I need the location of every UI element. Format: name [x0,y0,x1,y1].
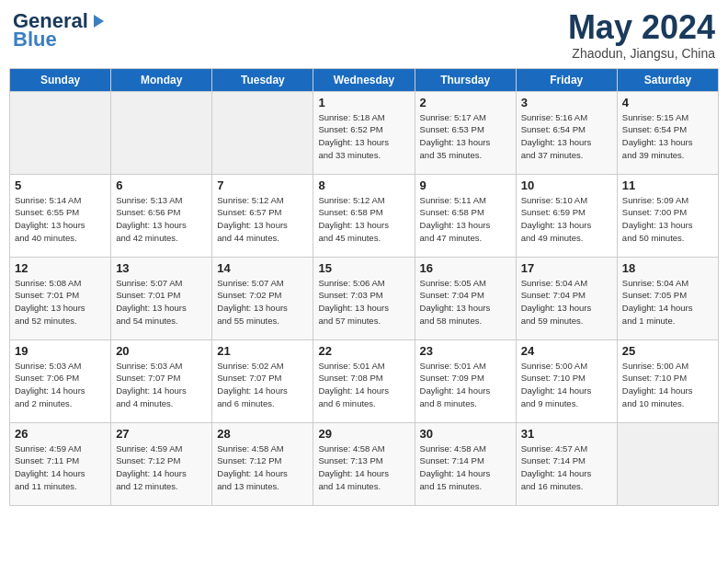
title-block: May 2024 Zhaodun, Jiangsu, China [568,9,715,61]
day-info: Sunrise: 5:01 AM Sunset: 7:08 PM Dayligh… [318,360,409,410]
day-number: 11 [622,178,713,192]
day-number: 13 [116,261,207,275]
day-info: Sunrise: 4:59 AM Sunset: 7:11 PM Dayligh… [15,442,106,493]
day-info: Sunrise: 4:58 AM Sunset: 7:12 PM Dayligh… [217,442,308,493]
day-info: Sunrise: 4:58 AM Sunset: 7:13 PM Dayligh… [318,442,409,493]
day-cell: 2Sunrise: 5:17 AM Sunset: 6:53 PM Daylig… [415,91,516,174]
day-cell: 28Sunrise: 4:58 AM Sunset: 7:12 PM Dayli… [212,422,313,505]
day-info: Sunrise: 5:01 AM Sunset: 7:09 PM Dayligh… [420,360,511,410]
day-number: 19 [15,344,106,358]
svg-marker-0 [94,15,104,28]
day-cell [111,91,212,174]
day-number: 8 [318,178,409,192]
day-info: Sunrise: 5:11 AM Sunset: 6:58 PM Dayligh… [420,194,511,245]
calendar-table: Sunday Monday Tuesday Wednesday Thursday… [9,68,719,506]
day-info: Sunrise: 5:06 AM Sunset: 7:03 PM Dayligh… [318,277,409,327]
day-number: 30 [420,427,511,441]
day-cell: 24Sunrise: 5:00 AM Sunset: 7:10 PM Dayli… [516,339,617,422]
day-info: Sunrise: 5:03 AM Sunset: 7:06 PM Dayligh… [15,360,106,410]
day-info: Sunrise: 5:02 AM Sunset: 7:07 PM Dayligh… [217,360,308,410]
day-info: Sunrise: 5:04 AM Sunset: 7:04 PM Dayligh… [521,277,612,327]
day-info: Sunrise: 5:10 AM Sunset: 6:59 PM Dayligh… [521,194,612,245]
day-info: Sunrise: 4:58 AM Sunset: 7:14 PM Dayligh… [420,442,511,493]
day-number: 5 [15,178,106,192]
day-number: 6 [116,178,207,192]
col-friday: Friday [516,68,617,91]
day-number: 7 [217,178,308,192]
day-cell: 27Sunrise: 4:59 AM Sunset: 7:12 PM Dayli… [111,422,212,505]
day-number: 17 [521,261,612,275]
logo-arrow-icon [89,13,106,29]
day-cell: 7Sunrise: 5:12 AM Sunset: 6:57 PM Daylig… [212,174,313,257]
day-cell: 17Sunrise: 5:04 AM Sunset: 7:04 PM Dayli… [516,257,617,339]
day-cell: 19Sunrise: 5:03 AM Sunset: 7:06 PM Dayli… [10,339,111,422]
col-tuesday: Tuesday [212,68,313,91]
col-sunday: Sunday [10,68,111,91]
day-info: Sunrise: 5:18 AM Sunset: 6:52 PM Dayligh… [318,111,409,162]
day-cell: 10Sunrise: 5:10 AM Sunset: 6:59 PM Dayli… [516,174,617,257]
calendar-subtitle: Zhaodun, Jiangsu, China [568,46,715,61]
day-info: Sunrise: 5:09 AM Sunset: 7:00 PM Dayligh… [622,194,713,245]
day-number: 2 [420,96,511,109]
day-cell: 22Sunrise: 5:01 AM Sunset: 7:08 PM Dayli… [313,339,415,422]
day-number: 10 [521,178,612,192]
day-number: 28 [217,427,308,441]
day-info: Sunrise: 5:15 AM Sunset: 6:54 PM Dayligh… [622,111,713,162]
day-cell: 18Sunrise: 5:04 AM Sunset: 7:05 PM Dayli… [617,257,718,339]
day-cell: 26Sunrise: 4:59 AM Sunset: 7:11 PM Dayli… [10,422,111,505]
day-number: 27 [116,427,207,441]
day-info: Sunrise: 5:17 AM Sunset: 6:53 PM Dayligh… [420,111,511,162]
day-info: Sunrise: 5:00 AM Sunset: 7:10 PM Dayligh… [622,360,713,410]
header-row: Sunday Monday Tuesday Wednesday Thursday… [10,68,719,91]
day-cell: 12Sunrise: 5:08 AM Sunset: 7:01 PM Dayli… [10,257,111,339]
logo-blue: Blue [13,28,57,52]
week-row-2: 5Sunrise: 5:14 AM Sunset: 6:55 PM Daylig… [10,174,719,257]
col-saturday: Saturday [617,68,718,91]
day-info: Sunrise: 5:07 AM Sunset: 7:01 PM Dayligh… [116,277,207,327]
day-cell: 30Sunrise: 4:58 AM Sunset: 7:14 PM Dayli… [415,422,516,505]
day-cell [212,91,313,174]
day-info: Sunrise: 5:13 AM Sunset: 6:56 PM Dayligh… [116,194,207,245]
day-info: Sunrise: 5:12 AM Sunset: 6:57 PM Dayligh… [217,194,308,245]
day-cell: 16Sunrise: 5:05 AM Sunset: 7:04 PM Dayli… [415,257,516,339]
day-info: Sunrise: 5:00 AM Sunset: 7:10 PM Dayligh… [521,360,612,410]
week-row-5: 26Sunrise: 4:59 AM Sunset: 7:11 PM Dayli… [10,422,719,505]
day-number: 31 [521,427,612,441]
week-row-3: 12Sunrise: 5:08 AM Sunset: 7:01 PM Dayli… [10,257,719,339]
day-number: 26 [15,427,106,441]
day-cell: 8Sunrise: 5:12 AM Sunset: 6:58 PM Daylig… [313,174,415,257]
day-cell: 1Sunrise: 5:18 AM Sunset: 6:52 PM Daylig… [313,91,415,174]
day-cell: 6Sunrise: 5:13 AM Sunset: 6:56 PM Daylig… [111,174,212,257]
day-info: Sunrise: 5:14 AM Sunset: 6:55 PM Dayligh… [15,194,106,245]
col-wednesday: Wednesday [313,68,415,91]
day-cell: 23Sunrise: 5:01 AM Sunset: 7:09 PM Dayli… [415,339,516,422]
day-cell: 31Sunrise: 4:57 AM Sunset: 7:14 PM Dayli… [516,422,617,505]
day-info: Sunrise: 5:03 AM Sunset: 7:07 PM Dayligh… [116,360,207,410]
calendar-title: May 2024 [568,9,715,46]
day-number: 18 [622,261,713,275]
day-number: 12 [15,261,106,275]
day-cell: 5Sunrise: 5:14 AM Sunset: 6:55 PM Daylig… [10,174,111,257]
day-number: 22 [318,344,409,358]
day-cell: 29Sunrise: 4:58 AM Sunset: 7:13 PM Dayli… [313,422,415,505]
day-cell [617,422,718,505]
logo: General Blue [13,9,107,52]
day-info: Sunrise: 5:12 AM Sunset: 6:58 PM Dayligh… [318,194,409,245]
day-number: 23 [420,344,511,358]
day-cell: 20Sunrise: 5:03 AM Sunset: 7:07 PM Dayli… [111,339,212,422]
week-row-1: 1Sunrise: 5:18 AM Sunset: 6:52 PM Daylig… [10,91,719,174]
day-cell: 9Sunrise: 5:11 AM Sunset: 6:58 PM Daylig… [415,174,516,257]
day-number: 15 [318,261,409,275]
day-info: Sunrise: 5:08 AM Sunset: 7:01 PM Dayligh… [15,277,106,327]
day-info: Sunrise: 4:59 AM Sunset: 7:12 PM Dayligh… [116,442,207,493]
day-info: Sunrise: 5:04 AM Sunset: 7:05 PM Dayligh… [622,277,713,327]
day-number: 20 [116,344,207,358]
day-cell [10,91,111,174]
day-number: 1 [318,96,409,109]
week-row-4: 19Sunrise: 5:03 AM Sunset: 7:06 PM Dayli… [10,339,719,422]
day-cell: 21Sunrise: 5:02 AM Sunset: 7:07 PM Dayli… [212,339,313,422]
day-number: 29 [318,427,409,441]
col-monday: Monday [111,68,212,91]
page-header: General Blue May 2024 Zhaodun, Jiangsu, … [9,9,719,61]
day-info: Sunrise: 5:07 AM Sunset: 7:02 PM Dayligh… [217,277,308,327]
